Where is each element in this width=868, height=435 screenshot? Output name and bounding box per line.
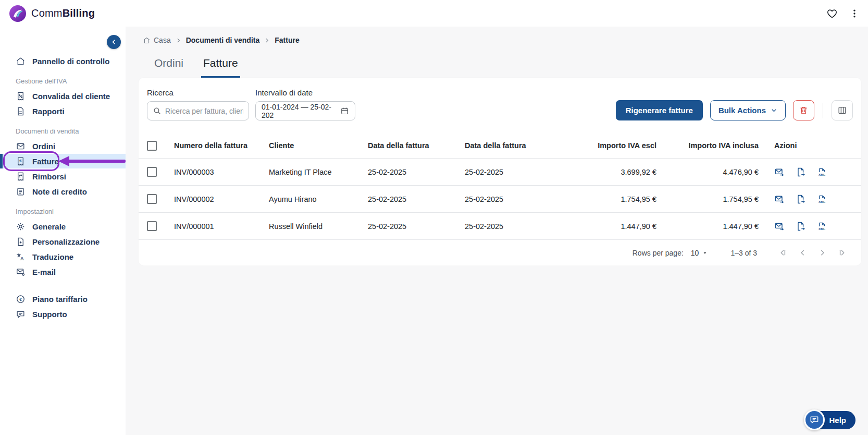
invoice-number: INV/000001 (174, 222, 269, 231)
export-xml-icon[interactable]: XML (817, 167, 827, 177)
sidebar-item-label: Fatture (32, 157, 59, 166)
sidebar-item-note-di-credito[interactable]: Note di credito (0, 184, 126, 199)
caret-down-icon (702, 250, 708, 256)
invoice-number: INV/000002 (174, 195, 269, 203)
sidebar-item-convalida-del-cliente[interactable]: Convalida del cliente (0, 89, 126, 103)
send-email-icon[interactable] (774, 194, 785, 204)
invoice-date: 25-02-2025 (465, 168, 562, 176)
sidebar-item-generale[interactable]: Generale (0, 219, 126, 234)
table-toolbar: Rigenerare fatture Bulk Actions (616, 100, 853, 120)
amount-incl-vat: 4.476,90 € (659, 168, 761, 176)
invoice-date: 25-02-2025 (368, 168, 465, 176)
column-header: Numero della fattura (174, 141, 269, 150)
document-star-icon (16, 237, 26, 247)
column-header: Importo IVA escl (562, 141, 659, 150)
row-checkbox[interactable] (147, 194, 157, 204)
credit-note-icon (16, 187, 26, 197)
sidebar: Pannello di controllo Gestione dell'IVA … (0, 27, 126, 435)
page-range: 1–3 of 3 (730, 249, 757, 257)
table-row: INV/000001 Russell Winfield 25-02-2025 2… (139, 212, 861, 239)
sidebar-item-supporto[interactable]: Supporto (0, 307, 126, 321)
row-checkbox[interactable] (147, 221, 157, 231)
invoices-table: Numero della fattura Cliente Data della … (139, 133, 861, 239)
date-range-input[interactable]: 01-01-2024 — 25-02-202 (255, 101, 355, 120)
amount-incl-vat: 1.447,90 € (659, 222, 761, 231)
sidebar-section-impostazioni: Impostazioni (16, 208, 126, 215)
search-input[interactable] (165, 107, 243, 115)
calendar-icon (340, 106, 349, 115)
help-widget[interactable]: Help (804, 409, 855, 430)
sidebar-item-label: Note di credito (32, 187, 87, 196)
favorites-heart-icon[interactable] (825, 7, 839, 20)
home-icon (143, 37, 151, 44)
tab-fatture[interactable]: Fatture (201, 57, 240, 78)
top-header: CommBilling (0, 0, 868, 27)
bulk-actions-button[interactable]: Bulk Actions (710, 100, 786, 120)
columns-settings-button[interactable] (832, 100, 853, 120)
sidebar-item-label: Ordini (32, 142, 55, 151)
sidebar-item-rapporti[interactable]: Rapporti (0, 104, 126, 118)
sidebar-item-personalizzazione[interactable]: Personalizzazione (0, 234, 126, 249)
row-checkbox[interactable] (147, 167, 157, 177)
sidebar-item-label: Rapporti (32, 107, 65, 116)
pagination-bar: Rows per page: 10 1–3 of 3 (139, 239, 861, 265)
sidebar-item-fatture[interactable]: € Fatture (0, 154, 126, 168)
euro-circle-icon: € (16, 294, 26, 304)
home-icon (16, 56, 26, 66)
customer-name: Marketing IT Place (269, 168, 368, 176)
breadcrumb-home[interactable]: Casa (143, 36, 171, 44)
bulk-actions-label: Bulk Actions (718, 106, 766, 115)
tutorial-arrow (68, 160, 126, 163)
search-input-wrapper (147, 101, 249, 120)
row-actions: XML (761, 194, 861, 204)
first-page-icon[interactable] (773, 245, 792, 261)
rows-per-page-select[interactable]: 10 (691, 249, 708, 257)
breadcrumb-documenti-di-vendita[interactable]: Documenti di vendita (186, 36, 260, 44)
tab-ordini[interactable]: Ordini (152, 57, 185, 78)
sidebar-item-label: E-mail (32, 268, 56, 276)
export-xml-icon[interactable]: XML (817, 221, 827, 232)
export-document-icon[interactable] (796, 167, 806, 177)
rows-per-page-value: 10 (691, 249, 699, 257)
select-all-checkbox[interactable] (147, 141, 157, 151)
sidebar-item-label: Convalida del cliente (32, 92, 110, 101)
export-document-icon[interactable] (796, 194, 806, 204)
svg-text:XML: XML (819, 172, 825, 176)
chevron-right-icon (264, 38, 270, 43)
sidebar-item-traduzione[interactable]: A Traduzione (0, 249, 126, 264)
sidebar-item-label: Supporto (32, 310, 67, 319)
table-row: INV/000003 Marketing IT Place 25-02-2025… (139, 158, 861, 185)
sidebar-item-pannello-di-controllo[interactable]: Pannello di controllo (0, 54, 126, 68)
trash-icon (799, 105, 809, 115)
amount-excl-vat: 3.699,92 € (562, 168, 659, 176)
search-icon (153, 106, 162, 115)
column-header: Data della fattura (368, 141, 465, 150)
sidebar-item-piano-tariffario[interactable]: € Piano tariffario (0, 292, 126, 306)
sidebar-item-ordini[interactable]: Ordini (0, 139, 126, 153)
sidebar-item-rimborsi[interactable]: Rimborsi (0, 169, 126, 184)
next-page-icon[interactable] (812, 245, 832, 261)
receipt-percent-icon (16, 91, 26, 101)
kebab-menu-icon[interactable] (848, 7, 861, 20)
invoice-euro-icon: € (16, 156, 26, 166)
sidebar-item-email[interactable]: E-mail (0, 264, 126, 279)
columns-icon (837, 105, 847, 115)
invoices-card: Ricerca Intervallo di date 01-01-2024 — … (139, 78, 861, 265)
send-email-icon[interactable] (774, 221, 785, 232)
svg-text:XML: XML (819, 199, 825, 203)
invoice-date: 25-02-2025 (368, 195, 465, 203)
amount-excl-vat: 1.754,95 € (562, 195, 659, 203)
export-xml-icon[interactable]: XML (817, 194, 827, 204)
previous-page-icon[interactable] (792, 245, 812, 261)
sidebar-collapse-button[interactable] (107, 35, 121, 49)
sidebar-item-label: Piano tariffario (32, 295, 88, 304)
mail-settings-icon (16, 267, 26, 277)
delete-button[interactable] (793, 100, 814, 120)
send-email-icon[interactable] (774, 167, 785, 177)
regenerate-invoices-button[interactable]: Rigenerare fatture (616, 100, 703, 120)
sidebar-footer: € Piano tariffario Supporto (0, 292, 126, 321)
export-document-icon[interactable] (796, 221, 806, 232)
commbilling-logo-icon (8, 4, 27, 23)
main-content: Casa Documenti di vendita Fatture Ordini… (126, 27, 868, 435)
last-page-icon[interactable] (832, 245, 852, 261)
